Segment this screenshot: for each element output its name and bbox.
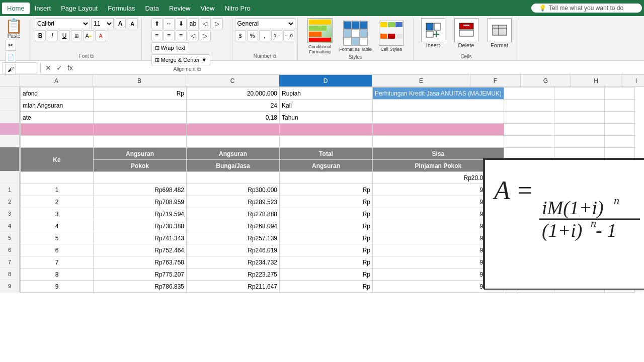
cell-g4[interactable] [554, 124, 604, 136]
row-num-6[interactable]: 6 [0, 244, 20, 256]
cell-c8[interactable] [187, 172, 280, 184]
cell-f2[interactable] [504, 100, 554, 112]
cell-g2[interactable] [554, 100, 604, 112]
align-center-button[interactable]: ≡ [164, 30, 175, 41]
decrease-decimal-button[interactable]: ←.0 [283, 30, 294, 41]
menu-formulas[interactable]: Formulas [103, 3, 140, 14]
cell-h5[interactable] [604, 136, 634, 148]
merge-center-button[interactable]: ⊞ Merge & Center ▼ [151, 54, 211, 65]
cell-a4[interactable] [21, 124, 94, 136]
confirm-formula-button[interactable]: ✓ [55, 64, 64, 72]
number-format-select[interactable]: General [235, 18, 295, 29]
cell-a-r7[interactable]: 7 [21, 256, 94, 268]
cell-b8[interactable] [94, 172, 187, 184]
row-num-9[interactable]: 9 [0, 280, 20, 292]
cell-d-r6[interactable]: Rp [280, 244, 373, 256]
cell-d4[interactable] [280, 124, 373, 136]
align-right-button[interactable]: ≡ [176, 30, 187, 41]
cell-b4[interactable] [94, 124, 187, 136]
cell-e1[interactable]: Perhitungan Kredit Jasa ANUITAS (MAJEMUK… [373, 87, 504, 100]
cell-c1[interactable]: 20.000.000 [187, 87, 280, 100]
cell-a-r8[interactable]: 8 [21, 268, 94, 281]
menu-insert[interactable]: Insert [30, 3, 56, 14]
text-direction-button[interactable]: ab [188, 18, 199, 29]
increase-font-button[interactable]: A [115, 18, 126, 29]
cell-b-r5[interactable]: Rp741.343 [94, 232, 187, 244]
cell-a-r6[interactable]: 6 [21, 244, 94, 256]
indent-decrease-button[interactable]: ◁ [200, 18, 211, 29]
cell-a-r2[interactable]: 2 [21, 196, 94, 208]
cell-h3[interactable] [604, 112, 634, 124]
indent-button[interactable]: ▷ [200, 30, 211, 41]
cell-c-r3[interactable]: Rp278.888 [187, 208, 280, 220]
format-as-table-button[interactable]: Format as Table [339, 21, 372, 52]
align-bottom-button[interactable]: ⬇ [176, 18, 187, 29]
cell-g3[interactable] [554, 112, 604, 124]
menu-review[interactable]: Review [164, 3, 196, 14]
cell-c-r4[interactable]: Rp268.094 [187, 220, 280, 232]
align-left-button[interactable]: ≡ [151, 30, 163, 41]
cell-c2[interactable]: 24 [187, 100, 280, 112]
align-middle-button[interactable]: ↔ [164, 18, 175, 29]
corner-cell[interactable] [0, 75, 20, 86]
cell-c-r6[interactable]: Rp246.019 [187, 244, 280, 256]
row-num-empty2[interactable] [0, 99, 20, 111]
cell-b-r9[interactable]: Rp786.835 [94, 281, 187, 293]
cell-b7[interactable]: Pokok [94, 160, 187, 172]
cell-c-r5[interactable]: Rp257.139 [187, 232, 280, 244]
cell-b1[interactable]: Rp [94, 87, 187, 100]
cell-c-r1[interactable]: Rp300.000 [187, 184, 280, 196]
cell-c6[interactable]: Angsuran [187, 148, 280, 160]
menu-data[interactable]: Data [140, 3, 164, 14]
cell-b5[interactable] [94, 136, 187, 148]
cell-b-r4[interactable]: Rp730.388 [94, 220, 187, 232]
cell-a-r1[interactable]: 1 [21, 184, 94, 196]
cell-e3[interactable] [373, 112, 504, 124]
cell-d-r5[interactable]: Rp [280, 232, 373, 244]
cell-c3[interactable]: 0,18 [187, 112, 280, 124]
cell-c-r9[interactable]: Rp211.647 [187, 281, 280, 293]
col-header-e[interactable]: E [372, 75, 470, 86]
italic-button[interactable]: I [47, 30, 58, 41]
cell-c7[interactable]: Bunga/Jasa [187, 160, 280, 172]
delete-button[interactable]: Delete [451, 18, 481, 48]
format-button[interactable]: Format [485, 18, 515, 48]
cell-a-r5[interactable]: 5 [21, 232, 94, 244]
cut-button[interactable]: ✂ [5, 40, 16, 51]
cell-c-r2[interactable]: Rp289.523 [187, 196, 280, 208]
row-num-1[interactable]: 1 [0, 184, 20, 196]
outdent-button[interactable]: ◁ [188, 30, 199, 41]
conditional-formatting-button[interactable]: Conditional Formatting [303, 18, 336, 54]
cell-d7[interactable]: Angsuran [280, 160, 373, 172]
cell-e5[interactable] [373, 136, 504, 148]
row-num-empty1[interactable] [0, 87, 20, 99]
row-num-0[interactable] [0, 171, 20, 184]
row-num-4[interactable]: 4 [0, 220, 20, 232]
row-num-8[interactable]: 8 [0, 268, 20, 280]
cell-d-r1[interactable]: Rp [280, 184, 373, 196]
cell-b-r1[interactable]: Rp698.482 [94, 184, 187, 196]
cell-d-r3[interactable]: Rp [280, 208, 373, 220]
row-num-3[interactable]: 3 [0, 208, 20, 220]
bold-button[interactable]: B [35, 30, 46, 41]
col-header-f[interactable]: F [470, 75, 521, 86]
cell-e2[interactable] [373, 100, 504, 112]
insert-function-button[interactable]: fx [66, 64, 74, 72]
cell-g1[interactable] [554, 87, 604, 100]
cell-a1[interactable]: afond [21, 87, 94, 100]
cell-d2[interactable]: Kali [280, 100, 373, 112]
cell-b3[interactable] [94, 112, 187, 124]
indent-increase-button[interactable]: ▷ [212, 18, 223, 29]
fill-color-button[interactable]: A▬ [83, 30, 94, 41]
cell-d3[interactable]: Tahun [280, 112, 373, 124]
cell-h2[interactable] [604, 100, 634, 112]
increase-decimal-button[interactable]: .0→ [271, 30, 282, 41]
copy-button[interactable]: 📄 [5, 52, 16, 63]
cell-f5[interactable] [504, 136, 554, 148]
font-color-button[interactable]: A [95, 30, 106, 41]
cell-b-r3[interactable]: Rp719.594 [94, 208, 187, 220]
row-num-2[interactable]: 2 [0, 196, 20, 208]
percent-button[interactable]: % [247, 30, 258, 41]
currency-button[interactable]: $ [235, 30, 246, 41]
menu-home[interactable]: Home [2, 3, 30, 14]
